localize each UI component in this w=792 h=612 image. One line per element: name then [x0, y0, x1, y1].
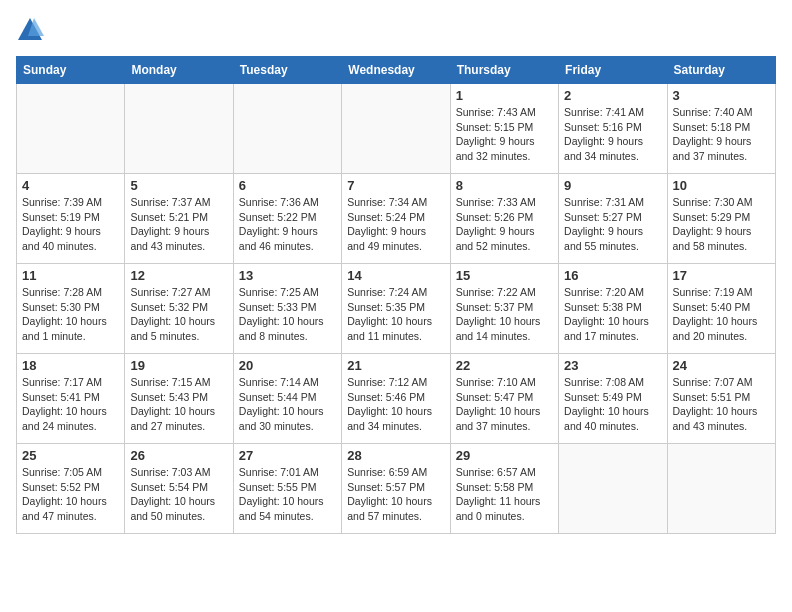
day-number: 4 [22, 178, 119, 193]
calendar-week-row: 4Sunrise: 7:39 AM Sunset: 5:19 PM Daylig… [17, 174, 776, 264]
logo-icon [16, 16, 44, 44]
calendar-cell: 19Sunrise: 7:15 AM Sunset: 5:43 PM Dayli… [125, 354, 233, 444]
day-number: 12 [130, 268, 227, 283]
day-info: Sunrise: 7:08 AM Sunset: 5:49 PM Dayligh… [564, 375, 661, 434]
weekday-header: Wednesday [342, 57, 450, 84]
day-info: Sunrise: 7:01 AM Sunset: 5:55 PM Dayligh… [239, 465, 336, 524]
day-number: 23 [564, 358, 661, 373]
day-info: Sunrise: 7:03 AM Sunset: 5:54 PM Dayligh… [130, 465, 227, 524]
day-info: Sunrise: 7:19 AM Sunset: 5:40 PM Dayligh… [673, 285, 770, 344]
calendar-cell: 5Sunrise: 7:37 AM Sunset: 5:21 PM Daylig… [125, 174, 233, 264]
day-number: 22 [456, 358, 553, 373]
calendar-cell: 18Sunrise: 7:17 AM Sunset: 5:41 PM Dayli… [17, 354, 125, 444]
calendar-header-row: SundayMondayTuesdayWednesdayThursdayFrid… [17, 57, 776, 84]
day-info: Sunrise: 7:33 AM Sunset: 5:26 PM Dayligh… [456, 195, 553, 254]
calendar-cell: 17Sunrise: 7:19 AM Sunset: 5:40 PM Dayli… [667, 264, 775, 354]
weekday-header: Monday [125, 57, 233, 84]
calendar-cell: 29Sunrise: 6:57 AM Sunset: 5:58 PM Dayli… [450, 444, 558, 534]
day-info: Sunrise: 7:40 AM Sunset: 5:18 PM Dayligh… [673, 105, 770, 164]
calendar-cell: 28Sunrise: 6:59 AM Sunset: 5:57 PM Dayli… [342, 444, 450, 534]
day-number: 15 [456, 268, 553, 283]
calendar-cell: 3Sunrise: 7:40 AM Sunset: 5:18 PM Daylig… [667, 84, 775, 174]
calendar-cell [667, 444, 775, 534]
day-number: 8 [456, 178, 553, 193]
day-info: Sunrise: 7:07 AM Sunset: 5:51 PM Dayligh… [673, 375, 770, 434]
day-info: Sunrise: 7:17 AM Sunset: 5:41 PM Dayligh… [22, 375, 119, 434]
day-number: 18 [22, 358, 119, 373]
calendar-cell [17, 84, 125, 174]
calendar-cell: 2Sunrise: 7:41 AM Sunset: 5:16 PM Daylig… [559, 84, 667, 174]
day-number: 3 [673, 88, 770, 103]
day-info: Sunrise: 7:37 AM Sunset: 5:21 PM Dayligh… [130, 195, 227, 254]
day-info: Sunrise: 7:39 AM Sunset: 5:19 PM Dayligh… [22, 195, 119, 254]
day-number: 6 [239, 178, 336, 193]
calendar-cell: 27Sunrise: 7:01 AM Sunset: 5:55 PM Dayli… [233, 444, 341, 534]
day-number: 29 [456, 448, 553, 463]
day-number: 28 [347, 448, 444, 463]
day-info: Sunrise: 7:20 AM Sunset: 5:38 PM Dayligh… [564, 285, 661, 344]
day-info: Sunrise: 7:22 AM Sunset: 5:37 PM Dayligh… [456, 285, 553, 344]
calendar-cell: 11Sunrise: 7:28 AM Sunset: 5:30 PM Dayli… [17, 264, 125, 354]
calendar-cell [342, 84, 450, 174]
calendar-week-row: 1Sunrise: 7:43 AM Sunset: 5:15 PM Daylig… [17, 84, 776, 174]
day-info: Sunrise: 7:43 AM Sunset: 5:15 PM Dayligh… [456, 105, 553, 164]
weekday-header: Friday [559, 57, 667, 84]
calendar-cell: 4Sunrise: 7:39 AM Sunset: 5:19 PM Daylig… [17, 174, 125, 264]
day-number: 14 [347, 268, 444, 283]
day-info: Sunrise: 7:25 AM Sunset: 5:33 PM Dayligh… [239, 285, 336, 344]
calendar-week-row: 11Sunrise: 7:28 AM Sunset: 5:30 PM Dayli… [17, 264, 776, 354]
calendar-cell: 7Sunrise: 7:34 AM Sunset: 5:24 PM Daylig… [342, 174, 450, 264]
calendar-week-row: 18Sunrise: 7:17 AM Sunset: 5:41 PM Dayli… [17, 354, 776, 444]
day-info: Sunrise: 6:59 AM Sunset: 5:57 PM Dayligh… [347, 465, 444, 524]
calendar-cell: 8Sunrise: 7:33 AM Sunset: 5:26 PM Daylig… [450, 174, 558, 264]
calendar-cell: 20Sunrise: 7:14 AM Sunset: 5:44 PM Dayli… [233, 354, 341, 444]
weekday-header: Thursday [450, 57, 558, 84]
calendar-cell [559, 444, 667, 534]
calendar-table: SundayMondayTuesdayWednesdayThursdayFrid… [16, 56, 776, 534]
day-number: 24 [673, 358, 770, 373]
day-number: 16 [564, 268, 661, 283]
calendar-cell: 22Sunrise: 7:10 AM Sunset: 5:47 PM Dayli… [450, 354, 558, 444]
day-number: 26 [130, 448, 227, 463]
day-number: 11 [22, 268, 119, 283]
day-info: Sunrise: 7:36 AM Sunset: 5:22 PM Dayligh… [239, 195, 336, 254]
day-number: 5 [130, 178, 227, 193]
calendar-cell: 16Sunrise: 7:20 AM Sunset: 5:38 PM Dayli… [559, 264, 667, 354]
calendar-cell: 25Sunrise: 7:05 AM Sunset: 5:52 PM Dayli… [17, 444, 125, 534]
day-info: Sunrise: 7:15 AM Sunset: 5:43 PM Dayligh… [130, 375, 227, 434]
calendar-cell: 21Sunrise: 7:12 AM Sunset: 5:46 PM Dayli… [342, 354, 450, 444]
calendar-cell: 9Sunrise: 7:31 AM Sunset: 5:27 PM Daylig… [559, 174, 667, 264]
day-info: Sunrise: 7:41 AM Sunset: 5:16 PM Dayligh… [564, 105, 661, 164]
day-info: Sunrise: 7:34 AM Sunset: 5:24 PM Dayligh… [347, 195, 444, 254]
calendar-cell: 15Sunrise: 7:22 AM Sunset: 5:37 PM Dayli… [450, 264, 558, 354]
calendar-cell [125, 84, 233, 174]
day-number: 25 [22, 448, 119, 463]
day-number: 13 [239, 268, 336, 283]
calendar-week-row: 25Sunrise: 7:05 AM Sunset: 5:52 PM Dayli… [17, 444, 776, 534]
calendar-cell: 24Sunrise: 7:07 AM Sunset: 5:51 PM Dayli… [667, 354, 775, 444]
day-info: Sunrise: 7:30 AM Sunset: 5:29 PM Dayligh… [673, 195, 770, 254]
day-number: 17 [673, 268, 770, 283]
weekday-header: Sunday [17, 57, 125, 84]
day-info: Sunrise: 7:14 AM Sunset: 5:44 PM Dayligh… [239, 375, 336, 434]
calendar-cell: 13Sunrise: 7:25 AM Sunset: 5:33 PM Dayli… [233, 264, 341, 354]
day-info: Sunrise: 7:10 AM Sunset: 5:47 PM Dayligh… [456, 375, 553, 434]
day-info: Sunrise: 7:28 AM Sunset: 5:30 PM Dayligh… [22, 285, 119, 344]
day-number: 27 [239, 448, 336, 463]
day-info: Sunrise: 7:12 AM Sunset: 5:46 PM Dayligh… [347, 375, 444, 434]
calendar-cell: 14Sunrise: 7:24 AM Sunset: 5:35 PM Dayli… [342, 264, 450, 354]
calendar-cell: 6Sunrise: 7:36 AM Sunset: 5:22 PM Daylig… [233, 174, 341, 264]
weekday-header: Tuesday [233, 57, 341, 84]
calendar-cell: 1Sunrise: 7:43 AM Sunset: 5:15 PM Daylig… [450, 84, 558, 174]
calendar-cell: 26Sunrise: 7:03 AM Sunset: 5:54 PM Dayli… [125, 444, 233, 534]
calendar-cell: 23Sunrise: 7:08 AM Sunset: 5:49 PM Dayli… [559, 354, 667, 444]
day-number: 1 [456, 88, 553, 103]
day-info: Sunrise: 7:05 AM Sunset: 5:52 PM Dayligh… [22, 465, 119, 524]
day-number: 7 [347, 178, 444, 193]
calendar-cell: 10Sunrise: 7:30 AM Sunset: 5:29 PM Dayli… [667, 174, 775, 264]
calendar-cell: 12Sunrise: 7:27 AM Sunset: 5:32 PM Dayli… [125, 264, 233, 354]
day-number: 20 [239, 358, 336, 373]
day-number: 10 [673, 178, 770, 193]
day-info: Sunrise: 7:24 AM Sunset: 5:35 PM Dayligh… [347, 285, 444, 344]
day-number: 19 [130, 358, 227, 373]
